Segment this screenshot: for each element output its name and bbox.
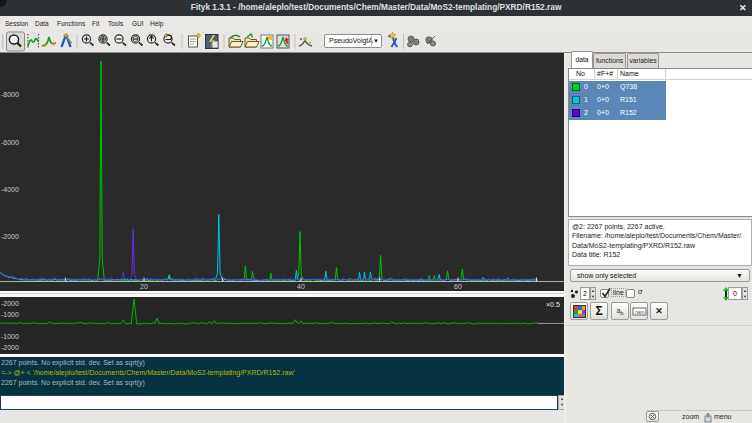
- svg-text:nam: nam: [635, 309, 645, 315]
